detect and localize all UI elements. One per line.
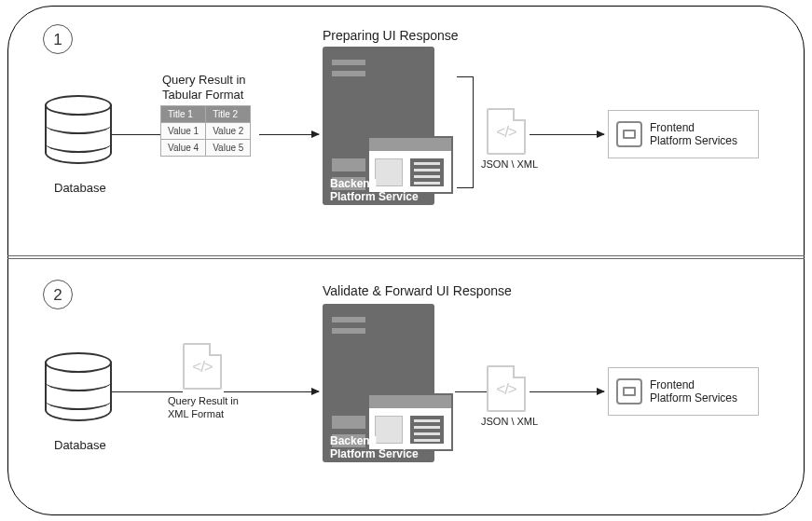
frontend-caption: Frontend Platform Services [650,121,737,148]
step-badge-2: 2 [43,280,73,309]
monitor-icon [616,121,642,147]
arrow-backend-to-frontend [530,391,604,392]
table-header: Title 1 [161,106,206,123]
connector-db-to-table [112,134,160,135]
database-label: Database [54,438,106,453]
section-title-1: Preparing UI Response [323,28,459,45]
backend-caption: Backend Platform Service [330,434,419,461]
json-xml-label: JSON \ XML [481,416,538,429]
connector-db-to-xml [112,391,183,392]
code-file-icon: </> [487,108,526,155]
code-glyph: </> [489,380,524,399]
bracket-connector [457,76,474,188]
database-label: Database [54,181,106,196]
query-xml-caption: Query Result in XML Format [168,395,239,421]
arrow-table-to-backend [259,134,319,135]
code-glyph: </> [489,123,524,142]
table-cell: Value 4 [161,140,206,157]
frontend-services-box: Frontend Platform Services [608,110,759,158]
code-glyph: </> [185,358,220,377]
step-badge-1: 1 [43,24,73,54]
table-cell: Value 5 [206,140,251,157]
arrow-backend-to-frontend [530,134,604,135]
database-icon [45,352,112,431]
table-cell: Value 2 [206,123,251,140]
query-tabular-caption: Query Result in Tabular Format [162,73,246,103]
connector-backend-to-json [455,391,487,392]
database-icon [45,95,112,173]
json-xml-label: JSON \ XML [481,158,538,171]
section-title-2: Validate & Forward UI Response [323,283,512,300]
frontend-services-box: Frontend Platform Services [608,367,759,416]
monitor-icon [616,378,642,404]
table-header: Title 2 [206,106,251,123]
frontend-caption: Frontend Platform Services [650,378,737,405]
code-file-icon: </> [487,365,526,412]
backend-caption: Backend Platform Service [330,177,419,204]
code-file-icon: </> [183,343,222,390]
section-divider [7,255,805,259]
table-cell: Value 1 [161,123,206,140]
query-result-table: Title 1 Title 2 Value 1 Value 2 Value 4 … [160,105,251,157]
arrow-xml-to-backend [224,391,319,392]
